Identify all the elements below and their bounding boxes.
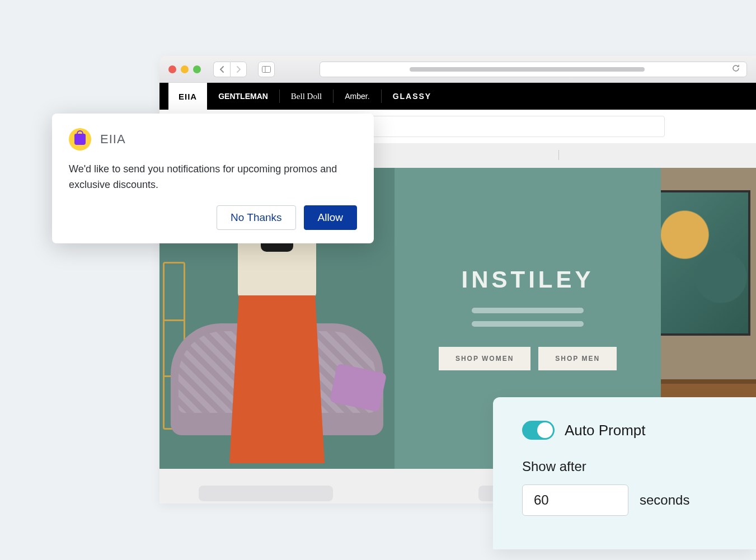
- auto-prompt-settings-card: Auto Prompt Show after seconds: [493, 397, 756, 549]
- wall-art-decor: [661, 190, 750, 336]
- nav-back-forward: [213, 62, 247, 77]
- delay-seconds-input[interactable]: [522, 484, 628, 516]
- window-controls: [168, 65, 201, 73]
- forward-button[interactable]: [230, 62, 247, 77]
- hero-title: INSTILEY: [461, 266, 594, 293]
- prompt-message: We'd like to send you notifications for …: [69, 162, 349, 193]
- url-placeholder: [410, 67, 645, 72]
- sidebar-toggle-icon[interactable]: [258, 62, 275, 77]
- minimize-window-icon[interactable]: [181, 65, 189, 73]
- allow-button[interactable]: Allow: [304, 205, 357, 230]
- shop-men-button[interactable]: SHOP MEN: [538, 347, 617, 370]
- maximize-window-icon[interactable]: [193, 65, 201, 73]
- auto-prompt-toggle[interactable]: [522, 421, 555, 440]
- svg-rect-0: [262, 66, 271, 72]
- show-after-label: Show after: [522, 459, 727, 474]
- back-button[interactable]: [213, 62, 230, 77]
- hero-subtitle-lines: [472, 308, 584, 327]
- brand-logo[interactable]: EIIA: [168, 83, 207, 110]
- reload-icon[interactable]: [732, 64, 740, 74]
- shop-women-button[interactable]: SHOP WOMEN: [439, 347, 530, 370]
- close-window-icon[interactable]: [168, 65, 176, 73]
- address-bar[interactable]: [320, 62, 747, 77]
- toggle-knob-icon: [537, 422, 553, 438]
- nav-item-belldoll[interactable]: Bell Doll: [280, 90, 334, 103]
- divider-icon: [558, 150, 559, 160]
- seconds-unit-label: seconds: [640, 492, 689, 508]
- nav-item-glassy[interactable]: GLASSY: [382, 90, 443, 103]
- no-thanks-button[interactable]: No Thanks: [217, 205, 296, 230]
- shopping-bag-icon: [74, 134, 86, 145]
- site-top-nav: EIIA GENTLEMAN Bell Doll Amber. GLASSY: [159, 83, 756, 110]
- browser-chrome: [159, 56, 756, 83]
- nav-item-gentleman[interactable]: GENTLEMAN: [207, 90, 280, 103]
- notification-prompt: EIIA We'd like to send you notifications…: [52, 114, 374, 243]
- auto-prompt-label: Auto Prompt: [565, 422, 646, 439]
- placeholder-block: [199, 486, 333, 501]
- app-name: EIIA: [100, 132, 126, 147]
- nav-item-amber[interactable]: Amber.: [334, 90, 381, 103]
- app-icon: [69, 128, 91, 150]
